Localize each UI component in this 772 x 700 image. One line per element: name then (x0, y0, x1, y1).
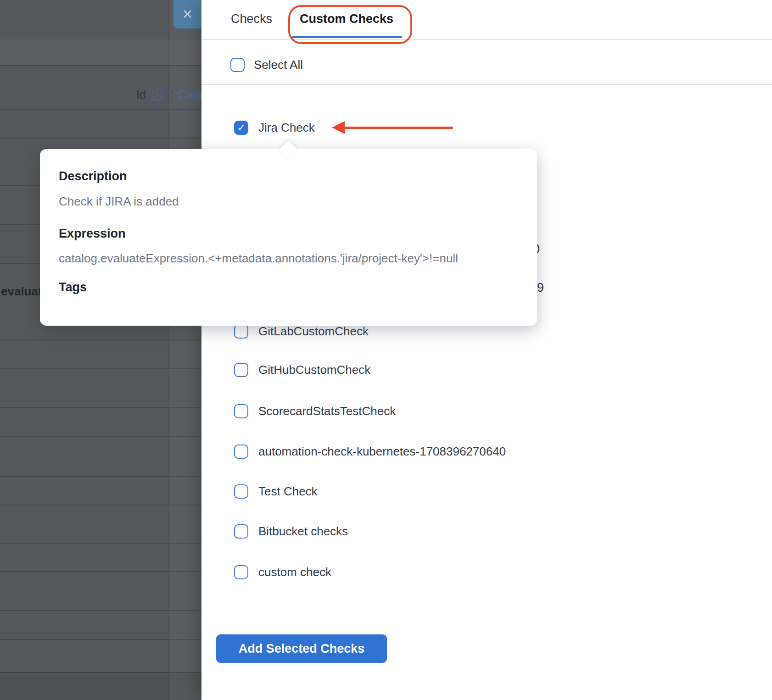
dim-table-row-line (0, 476, 201, 477)
dim-table-row-line (0, 543, 201, 544)
check-item-label: Test Check (258, 484, 318, 499)
tooltip-expression-heading: Expression (59, 227, 126, 241)
dim-table-row-line (0, 407, 201, 408)
check-item-label: GitHubCustomCheck (258, 363, 370, 377)
check-item-checkbox[interactable] (234, 565, 248, 579)
check-item-checkbox[interactable] (234, 324, 248, 339)
dim-table-row-line (0, 339, 201, 340)
dim-table-footer-band (0, 672, 201, 700)
check-item-label: GitLabCustomCheck (258, 324, 369, 339)
check-item-row: automation-check-kubernetes-170839627064… (234, 444, 506, 459)
check-item-label: Jira Check (258, 121, 315, 135)
tab-checks[interactable]: Checks (231, 12, 272, 26)
dim-table-row-line (0, 571, 201, 572)
dim-table-row-line (0, 610, 201, 611)
select-all-row: Select All (230, 58, 303, 72)
annotation-arrow (343, 127, 453, 129)
dim-table-column-band (168, 0, 202, 700)
close-icon: ✕ (182, 6, 193, 22)
dim-table-row-line (0, 65, 201, 66)
check-item-checkbox[interactable] (234, 524, 248, 539)
check-item-checkbox[interactable] (234, 444, 248, 459)
select-all-divider (201, 84, 772, 85)
id-column-label: Id (136, 88, 146, 101)
check-item-label: Bitbucket checks (258, 524, 348, 539)
obscured-item-fragment: 9 (537, 281, 544, 295)
dim-table-row-line (0, 505, 201, 506)
check-item-label: custom check (258, 565, 331, 579)
active-tab-indicator (292, 36, 402, 38)
screen: Id i : Cata evaluat ✕ Checks Custom Chec… (0, 0, 772, 700)
check-details-tooltip: Description Check if JIRA is added Expre… (40, 149, 537, 326)
dim-table-row-line (0, 639, 201, 640)
dim-row-label-fragment: evaluat (1, 284, 42, 299)
tooltip-description-heading: Description (59, 169, 127, 183)
check-item-label: automation-check-kubernetes-170839627064… (258, 444, 506, 459)
dim-table-row-line (0, 109, 201, 110)
check-item-row: ScorecardStatsTestCheck (234, 404, 396, 418)
dimmed-background-table: Id i : Cata evaluat ✕ (0, 0, 201, 700)
dim-table-row-line (0, 368, 201, 369)
check-item-row: GitHubCustomCheck (234, 363, 370, 377)
info-icon: i (151, 89, 163, 101)
add-selected-checks-button[interactable]: Add Selected Checks (216, 634, 387, 663)
dim-table-header: Id i : Cata (136, 88, 202, 101)
select-all-label: Select All (254, 58, 303, 72)
annotation-arrow-head-icon (332, 121, 345, 134)
check-item-checkbox[interactable] (234, 404, 248, 418)
tab-custom-checks[interactable]: Custom Checks (300, 12, 393, 26)
check-item-row: ✓Jira Check (234, 121, 315, 135)
check-item-checkbox[interactable]: ✓ (234, 121, 248, 135)
tooltip-expression-value: catalog.evaluateExpression.<+metadata.an… (59, 251, 458, 266)
check-icon: ✓ (235, 122, 247, 134)
check-item-checkbox[interactable] (234, 484, 248, 499)
check-item-row: Test Check (234, 484, 318, 499)
check-item-row: custom check (234, 565, 331, 579)
header-link-fragment: Cata (178, 88, 202, 101)
header-colon: : (171, 88, 174, 101)
custom-checks-panel: Checks Custom Checks Select All 0 9 ✓Jir… (201, 0, 772, 700)
tooltip-description-value: Check if JIRA is added (59, 194, 179, 209)
dim-table-row-line (0, 436, 201, 437)
tabs-divider (201, 39, 772, 40)
select-all-checkbox[interactable] (230, 58, 245, 72)
close-button[interactable]: ✕ (173, 0, 201, 28)
check-item-label: ScorecardStatsTestCheck (258, 404, 396, 418)
tooltip-tags-heading: Tags (59, 280, 87, 294)
check-item-row: GitLabCustomCheck (234, 324, 369, 339)
check-item-checkbox[interactable] (234, 363, 248, 377)
dim-table-row-line (0, 138, 201, 139)
check-item-row: Bitbucket checks (234, 524, 348, 539)
